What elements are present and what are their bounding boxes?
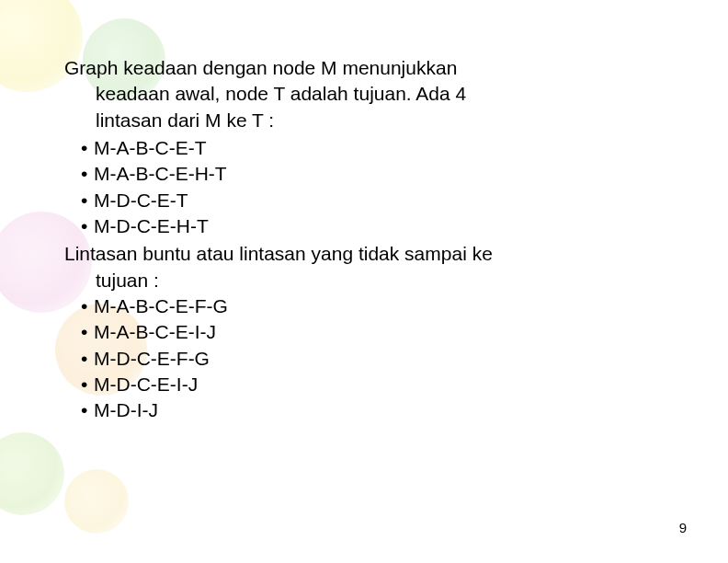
paths-to-goal-list: • M-A-B-C-E-T • M-A-B-C-E-H-T • M-D-C-E-… — [64, 135, 664, 239]
dead-end-paths-list: • M-A-B-C-E-F-G • M-A-B-C-E-I-J • M-D-C-… — [64, 293, 664, 424]
path-text: M-D-C-E-I-J — [94, 372, 198, 397]
decorative-balloon — [0, 432, 64, 515]
bullet-icon: • — [81, 188, 94, 213]
bullet-icon: • — [81, 397, 94, 423]
bullet-icon: • — [81, 213, 94, 239]
path-text: M-A-B-C-E-F-G — [94, 293, 228, 319]
bullet-icon: • — [81, 372, 94, 397]
path-text: M-A-B-C-E-H-T — [94, 161, 227, 187]
path-text: M-D-C-E-F-G — [94, 346, 210, 372]
path-text: M-D-C-E-T — [94, 188, 188, 213]
bullet-icon: • — [81, 161, 94, 187]
path-text: M-D-I-J — [94, 397, 158, 423]
page-number: 9 — [679, 520, 687, 535]
path-text: M-A-B-C-E-T — [94, 135, 206, 161]
path-text: M-D-C-E-H-T — [94, 213, 209, 239]
intro-line-3: lintasan dari M ke T : — [64, 108, 664, 133]
list-item: • M-A-B-C-E-H-T — [81, 161, 664, 187]
intro-line-1: Graph keadaan dengan node M menunjukkan — [64, 57, 457, 78]
list-item: • M-D-C-E-H-T — [81, 213, 664, 239]
intro-paragraph: Graph keadaan dengan node M menunjukkan … — [64, 55, 664, 133]
list-item: • M-D-C-E-F-G — [81, 346, 664, 372]
bullet-icon: • — [81, 346, 94, 372]
list-item: • M-A-B-C-E-I-J — [81, 319, 664, 345]
bullet-icon: • — [81, 319, 94, 345]
path-text: M-A-B-C-E-I-J — [94, 319, 216, 345]
bullet-icon: • — [81, 293, 94, 319]
list-item: • M-A-B-C-E-F-G — [81, 293, 664, 319]
list-item: • M-D-I-J — [81, 397, 664, 423]
bullet-icon: • — [81, 135, 94, 161]
decorative-balloon — [64, 469, 129, 534]
list-item: • M-D-C-E-T — [81, 188, 664, 213]
deadend-line-2: tujuan : — [64, 268, 664, 293]
list-item: • M-D-C-E-I-J — [81, 372, 664, 397]
slide-content: Graph keadaan dengan node M menunjukkan … — [0, 0, 728, 424]
intro-line-2: keadaan awal, node T adalah tujuan. Ada … — [64, 81, 664, 107]
deadend-line-1: Lintasan buntu atau lintasan yang tidak … — [64, 243, 493, 264]
deadend-paragraph: Lintasan buntu atau lintasan yang tidak … — [64, 241, 664, 293]
list-item: • M-A-B-C-E-T — [81, 135, 664, 161]
